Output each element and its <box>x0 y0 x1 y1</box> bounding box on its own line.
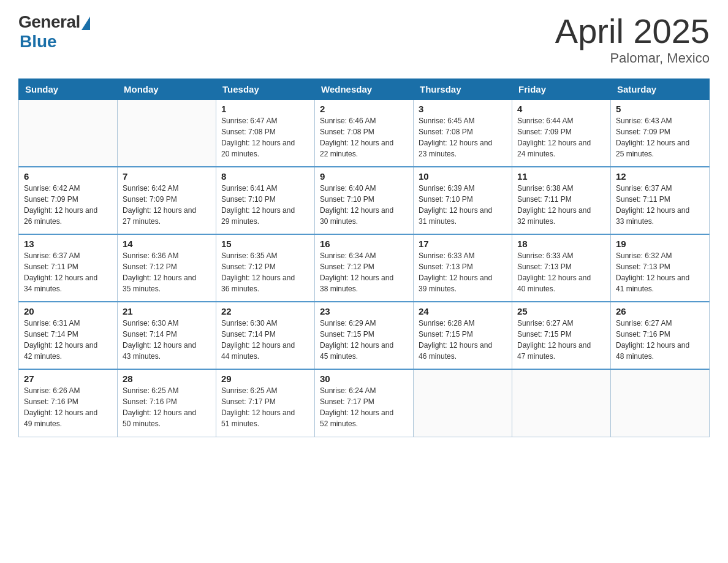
day-info: Sunrise: 6:33 AMSunset: 7:13 PMDaylight:… <box>419 250 507 294</box>
logo-triangle-icon <box>82 17 90 30</box>
day-info: Sunrise: 6:47 AMSunset: 7:08 PMDaylight:… <box>221 115 309 159</box>
day-number: 8 <box>221 171 309 182</box>
cell-w5-d5 <box>414 369 512 437</box>
cell-w1-d6: 4Sunrise: 6:44 AMSunset: 7:09 PMDaylight… <box>512 99 611 167</box>
cell-w2-d4: 9Sunrise: 6:40 AMSunset: 7:10 PMDaylight… <box>315 167 414 234</box>
day-number: 25 <box>517 306 605 316</box>
day-info: Sunrise: 6:37 AMSunset: 7:11 PMDaylight:… <box>24 250 112 294</box>
day-info: Sunrise: 6:32 AMSunset: 7:13 PMDaylight:… <box>616 250 704 294</box>
day-info: Sunrise: 6:35 AMSunset: 7:12 PMDaylight:… <box>221 250 309 294</box>
calendar-header: Sunday Monday Tuesday Wednesday Thursday… <box>19 79 710 99</box>
cell-w5-d7 <box>611 369 710 437</box>
calendar-title: April 2025 <box>555 12 710 50</box>
day-number: 2 <box>320 104 408 114</box>
cell-w5-d2: 28Sunrise: 6:25 AMSunset: 7:16 PMDayligh… <box>118 369 216 437</box>
cell-w4-d2: 21Sunrise: 6:30 AMSunset: 7:14 PMDayligh… <box>118 302 216 369</box>
day-number: 27 <box>24 373 112 384</box>
day-info: Sunrise: 6:25 AMSunset: 7:16 PMDaylight:… <box>123 385 211 429</box>
day-info: Sunrise: 6:31 AMSunset: 7:14 PMDaylight:… <box>24 318 112 362</box>
day-number: 21 <box>123 306 211 316</box>
day-number: 6 <box>24 171 112 182</box>
day-number: 22 <box>221 306 309 316</box>
cell-w3-d4: 16Sunrise: 6:34 AMSunset: 7:12 PMDayligh… <box>315 234 414 302</box>
cell-w3-d6: 18Sunrise: 6:33 AMSunset: 7:13 PMDayligh… <box>512 234 611 302</box>
day-number: 26 <box>616 306 704 316</box>
day-number: 28 <box>123 373 211 384</box>
cell-w2-d1: 6Sunrise: 6:42 AMSunset: 7:09 PMDaylight… <box>19 167 118 234</box>
day-info: Sunrise: 6:34 AMSunset: 7:12 PMDaylight:… <box>320 250 408 294</box>
day-number: 19 <box>616 239 704 249</box>
day-info: Sunrise: 6:30 AMSunset: 7:14 PMDaylight:… <box>123 318 211 362</box>
day-number: 4 <box>517 104 605 114</box>
day-info: Sunrise: 6:44 AMSunset: 7:09 PMDaylight:… <box>517 115 605 159</box>
day-number: 11 <box>517 171 605 182</box>
day-info: Sunrise: 6:46 AMSunset: 7:08 PMDaylight:… <box>320 115 408 159</box>
cell-w5-d4: 30Sunrise: 6:24 AMSunset: 7:17 PMDayligh… <box>315 369 414 437</box>
header-tuesday: Tuesday <box>216 79 315 99</box>
week-row-5: 27Sunrise: 6:26 AMSunset: 7:16 PMDayligh… <box>19 369 710 437</box>
header-friday: Friday <box>512 79 611 99</box>
day-number: 29 <box>221 373 309 384</box>
day-number: 17 <box>419 239 507 249</box>
day-number: 10 <box>419 171 507 182</box>
cell-w2-d5: 10Sunrise: 6:39 AMSunset: 7:10 PMDayligh… <box>414 167 512 234</box>
cell-w1-d7: 5Sunrise: 6:43 AMSunset: 7:09 PMDaylight… <box>611 99 710 167</box>
cell-w2-d7: 12Sunrise: 6:37 AMSunset: 7:11 PMDayligh… <box>611 167 710 234</box>
header-thursday: Thursday <box>414 79 512 99</box>
day-number: 16 <box>320 239 408 249</box>
day-info: Sunrise: 6:39 AMSunset: 7:10 PMDaylight:… <box>419 183 507 227</box>
day-number: 9 <box>320 171 408 182</box>
day-number: 20 <box>24 306 112 316</box>
day-info: Sunrise: 6:24 AMSunset: 7:17 PMDaylight:… <box>320 385 408 429</box>
cell-w5-d1: 27Sunrise: 6:26 AMSunset: 7:16 PMDayligh… <box>19 369 118 437</box>
day-number: 14 <box>123 239 211 249</box>
logo-blue-text: Blue <box>20 32 57 52</box>
header-sunday: Sunday <box>19 79 118 99</box>
cell-w4-d7: 26Sunrise: 6:27 AMSunset: 7:16 PMDayligh… <box>611 302 710 369</box>
day-info: Sunrise: 6:45 AMSunset: 7:08 PMDaylight:… <box>419 115 507 159</box>
day-info: Sunrise: 6:42 AMSunset: 7:09 PMDaylight:… <box>123 183 211 227</box>
day-number: 7 <box>123 171 211 182</box>
title-block: April 2025 Palomar, Mexico <box>555 12 710 66</box>
day-info: Sunrise: 6:36 AMSunset: 7:12 PMDaylight:… <box>123 250 211 294</box>
day-number: 13 <box>24 239 112 249</box>
page-header: General Blue April 2025 Palomar, Mexico <box>18 12 710 66</box>
cell-w4-d5: 24Sunrise: 6:28 AMSunset: 7:15 PMDayligh… <box>414 302 512 369</box>
logo-top: General <box>18 12 90 32</box>
cell-w2-d6: 11Sunrise: 6:38 AMSunset: 7:11 PMDayligh… <box>512 167 611 234</box>
cell-w3-d1: 13Sunrise: 6:37 AMSunset: 7:11 PMDayligh… <box>19 234 118 302</box>
week-row-1: 1Sunrise: 6:47 AMSunset: 7:08 PMDaylight… <box>19 99 710 167</box>
day-info: Sunrise: 6:29 AMSunset: 7:15 PMDaylight:… <box>320 318 408 362</box>
day-info: Sunrise: 6:27 AMSunset: 7:16 PMDaylight:… <box>616 318 704 362</box>
day-info: Sunrise: 6:26 AMSunset: 7:16 PMDaylight:… <box>24 385 112 429</box>
day-number: 18 <box>517 239 605 249</box>
day-number: 15 <box>221 239 309 249</box>
day-number: 3 <box>419 104 507 114</box>
header-row: Sunday Monday Tuesday Wednesday Thursday… <box>19 79 710 99</box>
cell-w4-d6: 25Sunrise: 6:27 AMSunset: 7:15 PMDayligh… <box>512 302 611 369</box>
calendar-subtitle: Palomar, Mexico <box>555 50 710 66</box>
day-info: Sunrise: 6:37 AMSunset: 7:11 PMDaylight:… <box>616 183 704 227</box>
cell-w3-d7: 19Sunrise: 6:32 AMSunset: 7:13 PMDayligh… <box>611 234 710 302</box>
calendar-body: 1Sunrise: 6:47 AMSunset: 7:08 PMDaylight… <box>19 99 710 437</box>
day-number: 23 <box>320 306 408 316</box>
day-info: Sunrise: 6:43 AMSunset: 7:09 PMDaylight:… <box>616 115 704 159</box>
logo-bottom-row: Blue <box>18 32 57 52</box>
cell-w4-d3: 22Sunrise: 6:30 AMSunset: 7:14 PMDayligh… <box>216 302 315 369</box>
week-row-3: 13Sunrise: 6:37 AMSunset: 7:11 PMDayligh… <box>19 234 710 302</box>
header-monday: Monday <box>118 79 216 99</box>
cell-w5-d3: 29Sunrise: 6:25 AMSunset: 7:17 PMDayligh… <box>216 369 315 437</box>
cell-w3-d2: 14Sunrise: 6:36 AMSunset: 7:12 PMDayligh… <box>118 234 216 302</box>
day-info: Sunrise: 6:25 AMSunset: 7:17 PMDaylight:… <box>221 385 309 429</box>
header-wednesday: Wednesday <box>315 79 414 99</box>
week-row-2: 6Sunrise: 6:42 AMSunset: 7:09 PMDaylight… <box>19 167 710 234</box>
day-info: Sunrise: 6:40 AMSunset: 7:10 PMDaylight:… <box>320 183 408 227</box>
day-number: 24 <box>419 306 507 316</box>
day-number: 5 <box>616 104 704 114</box>
day-number: 1 <box>221 104 309 114</box>
header-saturday: Saturday <box>611 79 710 99</box>
day-info: Sunrise: 6:27 AMSunset: 7:15 PMDaylight:… <box>517 318 605 362</box>
cell-w3-d5: 17Sunrise: 6:33 AMSunset: 7:13 PMDayligh… <box>414 234 512 302</box>
day-info: Sunrise: 6:41 AMSunset: 7:10 PMDaylight:… <box>221 183 309 227</box>
calendar-table: Sunday Monday Tuesday Wednesday Thursday… <box>18 79 710 437</box>
